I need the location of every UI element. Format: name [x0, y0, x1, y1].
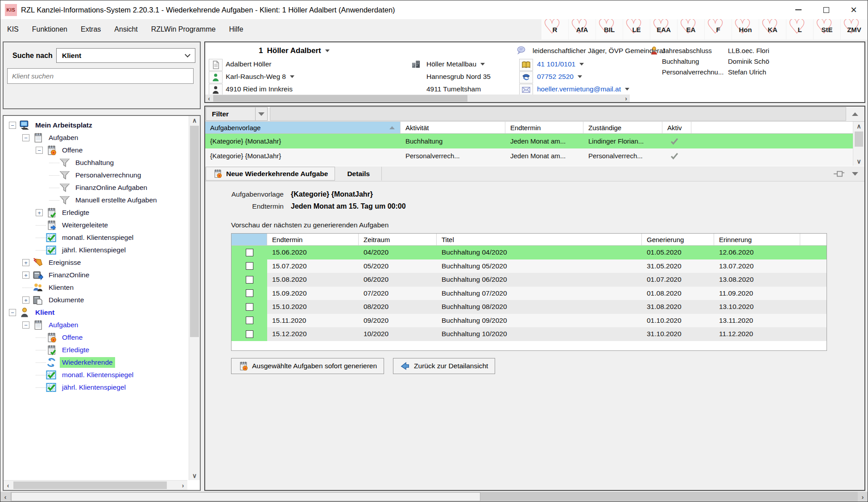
tree-item-finanzonline-aufgaben[interactable]: FinanzOnline Aufgaben	[4, 181, 188, 194]
preview-task-row[interactable]: 15.06.202004/2020Buchhaltung 04/202001.0…	[231, 246, 827, 259]
back-to-detail-view-button[interactable]: Zurück zur Detailansicht	[393, 358, 495, 374]
email-cell[interactable]	[519, 84, 533, 96]
client-sheet-cell[interactable]	[209, 59, 223, 71]
menu-item-ansicht[interactable]: Ansicht	[107, 19, 144, 40]
tree-item-aufgaben[interactable]: −Aufgaben	[4, 132, 188, 144]
maximize-button[interactable]	[812, 0, 840, 19]
tasks-vertical-scrollbar[interactable]: ∧ ∨	[853, 122, 864, 166]
task-checkbox[interactable]	[246, 317, 253, 324]
preview-task-row[interactable]: 15.11.202009/2020Buchhaltung 09/202001.1…	[231, 314, 827, 328]
tree-item-weitergeleitete[interactable]: Weitergeleitete	[4, 219, 188, 231]
tree-horizontal-scrollbar[interactable]: ‹ ›	[4, 480, 187, 490]
phone-link[interactable]: 07752 2520	[537, 73, 582, 81]
preview-task-row[interactable]: 15.09.202007/2020Buchhaltung 07/202001.0…	[231, 287, 827, 300]
search-input[interactable]	[7, 68, 194, 84]
program-icon-l[interactable]: ♡L	[786, 19, 813, 40]
tree-item-klient[interactable]: −Klient	[4, 306, 188, 319]
tree-item-monatl-klientenspiegel[interactable]: monatl. Klientenspiegel	[4, 369, 188, 381]
scroll-left-icon[interactable]: ‹	[4, 481, 12, 490]
window-horizontal-scrollbar[interactable]: ‹ ›	[0, 492, 868, 502]
tree-item-mein-arbeitsplatz[interactable]: −Mein Arbeitsplatz	[4, 119, 188, 132]
tree-item-jaehrl-klientenspiegel[interactable]: jährl. Klientenspiegel	[4, 244, 188, 256]
client-person-cell[interactable]	[209, 84, 223, 96]
scroll-up-icon[interactable]: ∧	[853, 122, 864, 131]
scroll-right-icon[interactable]: ›	[622, 95, 630, 102]
filter-field[interactable]	[270, 107, 846, 121]
close-button[interactable]: ×	[840, 0, 868, 19]
tree-item-offene[interactable]: Offene	[4, 331, 188, 344]
tab-new-recurring-task[interactable]: Neue Wiederkehrende Aufgabe	[206, 167, 335, 181]
collapse-icon[interactable]: −	[36, 147, 43, 154]
company-name[interactable]: Höller Metallbau	[426, 60, 485, 68]
expand-icon[interactable]: +	[22, 259, 29, 266]
tree-item-aufgaben[interactable]: −Aufgaben	[4, 319, 188, 331]
tree-item-monatl-klientenspiegel[interactable]: monatl. Klientenspiegel	[4, 231, 188, 244]
task-template-row[interactable]: {Kategorie} {MonatJahr}Personalverrech..…	[205, 148, 853, 163]
task-checkbox[interactable]	[246, 330, 253, 338]
filter-dropdown-button[interactable]	[256, 107, 268, 121]
tab-details[interactable]: Details	[335, 167, 382, 181]
generate-selected-tasks-button[interactable]: Ausgewählte Aufgaben sofort generieren	[231, 358, 384, 374]
tasks-column-header-aufgabenvorlage[interactable]: Aufgabenvorlage	[205, 122, 401, 133]
tree-item-finanzonline[interactable]: +FinanzOnline	[4, 269, 188, 281]
program-icon-zmv[interactable]: ♡ZMV	[841, 19, 868, 40]
tree-item-offene[interactable]: −Offene	[4, 144, 188, 156]
tree-hscroll-thumb[interactable]	[13, 481, 167, 489]
task-template-row[interactable]: {Kategorie} {MonatJahr}BuchhaltungJeden …	[205, 134, 853, 148]
tree-item-personalverrechnung[interactable]: Personalverrechnung	[4, 169, 188, 181]
program-icon-bil[interactable]: ♡BIL	[596, 19, 623, 40]
preview-task-row[interactable]: 15.10.202008/2020Buchhaltung 08/202031.0…	[231, 300, 827, 314]
preview-column-header-titel[interactable]: Titel	[437, 234, 642, 245]
task-checkbox[interactable]	[246, 276, 253, 284]
expand-icon[interactable]: +	[22, 296, 29, 304]
scroll-down-icon[interactable]: ∨	[189, 471, 200, 480]
client-horizontal-scrollbar[interactable]: ‹ ›	[205, 95, 630, 102]
menu-item-rzlwin-programme[interactable]: RZLWin Programme	[145, 19, 223, 40]
search-type-select[interactable]: Klient	[56, 48, 195, 63]
pin-icon[interactable]	[833, 170, 845, 177]
email-link[interactable]: hoeller.vermietung@mail.at	[537, 85, 629, 93]
tree-vertical-scrollbar[interactable]: ∧ ∨	[189, 116, 200, 480]
scroll-down-icon[interactable]: ∨	[853, 157, 864, 166]
tree-item-buchhaltung[interactable]: Buchhaltung	[4, 156, 188, 169]
program-icon-f[interactable]: ♡F	[705, 19, 732, 40]
tasks-column-header-zustaendige[interactable]: Zuständige	[583, 122, 662, 133]
task-checkbox[interactable]	[246, 303, 253, 311]
preview-column-header-generierung[interactable]: Generierung	[642, 234, 714, 245]
program-icon-eaa[interactable]: ♡EAA	[650, 19, 677, 40]
panel-dropdown-icon[interactable]	[852, 172, 858, 176]
scroll-right-icon[interactable]: ›	[178, 481, 187, 490]
preview-column-header-erinnerung[interactable]: Erinnerung	[714, 234, 800, 245]
program-icon-ka[interactable]: ♡KA	[759, 19, 786, 40]
tree-item-erledigte[interactable]: +Erledigte	[4, 206, 188, 219]
preview-column-header-zeitraum[interactable]: Zeitraum	[359, 234, 437, 245]
task-checkbox[interactable]	[246, 289, 253, 297]
email-dropdown-icon[interactable]	[625, 88, 629, 91]
tasks-vscroll-thumb[interactable]	[855, 132, 863, 147]
program-icon-hon[interactable]: ♡Hon	[732, 19, 759, 40]
preview-task-row[interactable]: 15.07.202005/2020Buchhaltung 05/202031.0…	[231, 259, 827, 273]
client-hscroll-thumb[interactable]	[213, 95, 467, 102]
tree-item-erledigte[interactable]: Erledigte	[4, 344, 188, 356]
menu-item-hilfe[interactable]: Hilfe	[222, 19, 250, 40]
tasks-column-header-aktiv[interactable]: Aktiv	[662, 122, 691, 133]
menu-item-funktionen[interactable]: Funktionen	[25, 19, 74, 40]
company-dropdown-icon[interactable]	[480, 63, 485, 66]
tasks-column-header-endtermin[interactable]: Endtermin	[505, 122, 583, 133]
tree-item-manuell-erstellte-aufgaben[interactable]: Manuell erstellte Aufgaben	[4, 194, 188, 206]
menu-item-extras[interactable]: Extras	[74, 19, 107, 40]
window-hscroll-thumb[interactable]	[11, 492, 480, 501]
client-street[interactable]: Karl-Rausch-Weg 8	[226, 73, 294, 81]
filter-button[interactable]: Filter	[206, 107, 256, 121]
tree-item-ereignisse[interactable]: +Ereignisse	[4, 256, 188, 269]
scroll-right-icon[interactable]: ›	[858, 492, 868, 502]
menu-item-kis[interactable]: KIS	[0, 19, 25, 40]
scroll-up-icon[interactable]: ∧	[189, 116, 200, 125]
phone-cell[interactable]	[519, 71, 533, 83]
phone-dropdown-icon[interactable]	[578, 75, 582, 78]
collapse-icon[interactable]: −	[22, 321, 29, 329]
number-dropdown-icon[interactable]	[579, 63, 584, 66]
tree-item-wiederkehrende[interactable]: Wiederkehrende	[4, 356, 188, 369]
client-number-cell[interactable]	[519, 59, 533, 71]
task-checkbox[interactable]	[246, 249, 253, 256]
